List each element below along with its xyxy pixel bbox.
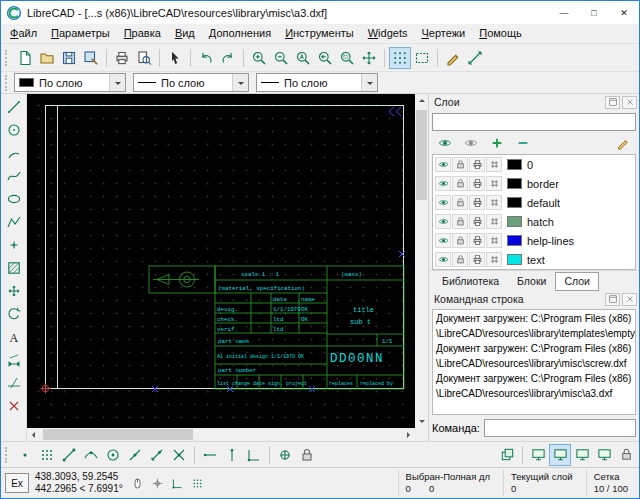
grid-indicator-button[interactable] — [189, 474, 207, 492]
maximize-button[interactable]: □ — [579, 1, 609, 24]
title-bar[interactable]: LibreCAD - [...s (x86)\LibreCAD\resource… — [1, 1, 639, 24]
close-dock-icon[interactable] — [622, 96, 637, 109]
layer-lock-toggle[interactable] — [452, 157, 468, 172]
drawing-viewport[interactable]: scale 1 : 1 (mass) (material, specificat… — [27, 94, 415, 428]
drawing-canvas-svg[interactable]: scale 1 : 1 (mass) (material, specificat… — [27, 94, 415, 428]
layer-visibility-toggle[interactable] — [435, 195, 451, 210]
layer-row[interactable]: text — [433, 250, 635, 269]
layer-print-toggle[interactable] — [469, 252, 485, 267]
modify-delete-button[interactable] — [3, 395, 25, 417]
minimize-button[interactable]: — — [549, 1, 579, 24]
tab-layers[interactable]: Слои — [555, 272, 599, 291]
scroll-right-button[interactable] — [402, 428, 415, 441]
layer-visibility-toggle[interactable] — [435, 252, 451, 267]
pen-color-combo[interactable]: По слою — [14, 73, 126, 92]
menu-plugins[interactable]: Дополнения — [202, 25, 278, 42]
tab-blocks[interactable]: Блоки — [508, 272, 555, 291]
draw-polyline-button[interactable] — [3, 211, 25, 233]
save-as-button[interactable] — [80, 47, 102, 69]
float-dock-icon[interactable] — [605, 293, 620, 306]
draw-text-button[interactable]: A — [3, 326, 25, 348]
layer-visibility-toggle[interactable] — [435, 176, 451, 191]
snap-intersection-button[interactable] — [168, 444, 190, 466]
layer-color-swatch[interactable] — [507, 178, 522, 189]
layer-construction-toggle[interactable] — [486, 195, 502, 210]
snap-endpoint-button[interactable] — [58, 444, 80, 466]
layer-print-toggle[interactable] — [469, 214, 485, 229]
layer-color-swatch[interactable] — [507, 159, 522, 170]
hide-all-layers-button[interactable] — [458, 134, 484, 153]
select-pointer-button[interactable] — [164, 47, 186, 69]
add-layer-button[interactable] — [484, 134, 510, 153]
view-window-1-button[interactable] — [527, 444, 549, 466]
zoom-out-button[interactable] — [270, 47, 292, 69]
layer-print-toggle[interactable] — [469, 233, 485, 248]
layer-lock-toggle[interactable] — [452, 195, 468, 210]
menu-tools[interactable]: Инструменты — [278, 25, 361, 42]
lock-relative-zero-button[interactable] — [296, 444, 318, 466]
modify-rotate-button[interactable] — [3, 303, 25, 325]
layer-row[interactable]: help-lines — [433, 231, 635, 250]
layer-row[interactable]: border — [433, 174, 635, 193]
draw-order-button[interactable] — [496, 444, 518, 466]
menu-options[interactable]: Параметры — [44, 25, 117, 42]
scroll-up-button[interactable] — [415, 94, 428, 107]
restrict-orthogonal-button[interactable] — [243, 444, 265, 466]
zoom-pan-button[interactable] — [358, 47, 380, 69]
vertical-scrollbar-thumb[interactable] — [416, 110, 427, 200]
zoom-window-button[interactable] — [336, 47, 358, 69]
command-input[interactable] — [484, 419, 636, 437]
toolbar-drag-handle[interactable] — [5, 50, 10, 66]
draw-point-button[interactable] — [3, 234, 25, 256]
redo-button[interactable] — [217, 47, 239, 69]
print-button[interactable] — [111, 47, 133, 69]
draw-hatch-button[interactable] — [3, 257, 25, 279]
layer-color-swatch[interactable] — [507, 235, 522, 246]
toolbar-drag-handle[interactable] — [5, 75, 10, 91]
layer-construction-toggle[interactable] — [486, 233, 502, 248]
layer-construction-toggle[interactable] — [486, 157, 502, 172]
restrict-vertical-button[interactable] — [221, 444, 243, 466]
layer-row[interactable]: 0 — [433, 155, 635, 174]
new-document-button[interactable] — [14, 47, 36, 69]
menu-drawings[interactable]: Чертежи — [414, 25, 472, 42]
scroll-left-button[interactable] — [27, 428, 40, 441]
layer-print-toggle[interactable] — [469, 195, 485, 210]
layer-color-swatch[interactable] — [507, 197, 522, 208]
layer-filter-input[interactable] — [432, 113, 636, 131]
menu-widgets[interactable]: Widgets — [361, 25, 415, 42]
edit-attributes-button[interactable] — [442, 47, 464, 69]
modify-move-button[interactable] — [3, 280, 25, 302]
layer-construction-toggle[interactable] — [486, 176, 502, 191]
layer-color-swatch[interactable] — [507, 254, 522, 265]
save-button[interactable] — [58, 47, 80, 69]
grid-toggle-button[interactable] — [389, 47, 411, 69]
snap-grid-button[interactable] — [36, 444, 58, 466]
measure-distance-button[interactable] — [464, 47, 486, 69]
command-dock-title[interactable]: Командная строка — [429, 291, 639, 307]
snap-middle-button[interactable] — [124, 444, 146, 466]
snap-center-button[interactable] — [102, 444, 124, 466]
zoom-in-button[interactable] — [248, 47, 270, 69]
zoom-auto-button[interactable] — [292, 47, 314, 69]
mouse-indicator-button[interactable] — [129, 474, 147, 492]
layer-color-swatch[interactable] — [507, 216, 522, 227]
pen-linetype-combo[interactable]: По слою — [256, 73, 378, 92]
draw-circle-button[interactable] — [3, 119, 25, 141]
set-relative-zero-button[interactable] — [274, 444, 296, 466]
drawing-area[interactable]: scale 1 : 1 (mass) (material, specificat… — [27, 94, 428, 441]
view-lock-button[interactable] — [615, 444, 637, 466]
layer-visibility-toggle[interactable] — [435, 233, 451, 248]
draw-ellipse-button[interactable] — [3, 188, 25, 210]
layer-print-toggle[interactable] — [469, 176, 485, 191]
remove-layer-button[interactable] — [510, 134, 536, 153]
view-window-3-button[interactable] — [571, 444, 593, 466]
menu-help[interactable]: Помощь — [472, 25, 529, 42]
tab-library[interactable]: Библиотека — [433, 272, 508, 291]
ortho-indicator-button[interactable] — [169, 474, 187, 492]
layer-visibility-toggle[interactable] — [435, 214, 451, 229]
snap-on-entity-button[interactable] — [80, 444, 102, 466]
restrict-horizontal-button[interactable] — [199, 444, 221, 466]
layer-row[interactable]: default — [433, 193, 635, 212]
layer-lock-toggle[interactable] — [452, 233, 468, 248]
